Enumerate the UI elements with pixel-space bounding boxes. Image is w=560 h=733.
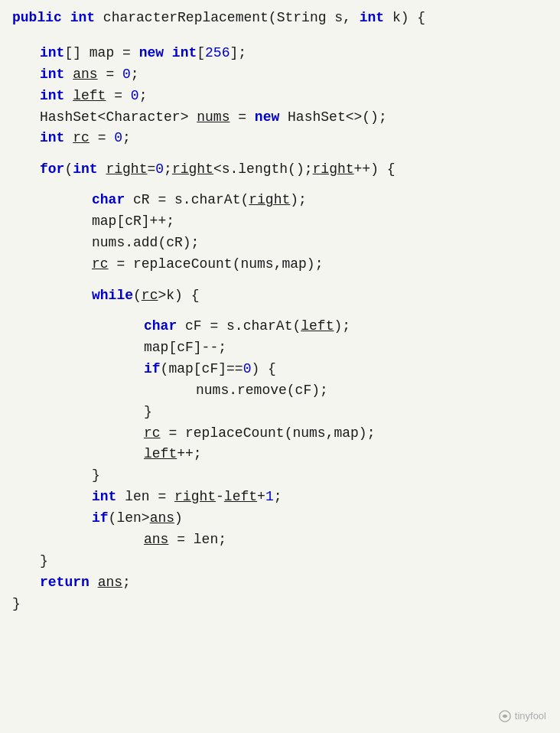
- line-close-for: }: [0, 551, 560, 572]
- line-while: while(rc>k) {: [0, 285, 560, 307]
- line-ans-len: ans = len;: [0, 529, 560, 551]
- line-int-len: int len = right-left+1;: [0, 487, 560, 508]
- keyword-int-param: int: [360, 8, 384, 29]
- watermark-text: tinyfool: [515, 709, 546, 724]
- line-1: int[] map = new int[256];: [0, 43, 560, 64]
- line-close-while: }: [0, 465, 560, 487]
- watermark: tinyfool: [498, 709, 546, 724]
- blank-3: [0, 275, 560, 285]
- line-for: for(int right=0;right<s.length();right++…: [0, 159, 560, 181]
- blank-2: [0, 181, 560, 191]
- line-close-if: }: [0, 402, 560, 423]
- line-3: int left = 0;: [0, 86, 560, 107]
- header-line: public int characterReplacement(String s…: [0, 0, 560, 37]
- line-left-inc: left++;: [0, 444, 560, 465]
- line-2: int ans = 0;: [0, 64, 560, 86]
- line-nums-remove: nums.remove(cF);: [0, 380, 560, 402]
- code-body: int[] map = new int[256]; int ans = 0; i…: [0, 37, 560, 621]
- line-map-cr: map[cR]++;: [0, 211, 560, 233]
- blank-4: [0, 306, 560, 316]
- keyword-public: public: [12, 8, 62, 29]
- line-return: return ans;: [0, 572, 560, 594]
- watermark-icon: [498, 709, 512, 723]
- line-nums-add: nums.add(cR);: [0, 233, 560, 254]
- line-if-len-ans: if(len>ans): [0, 508, 560, 529]
- line-map-cf: map[cF]--;: [0, 337, 560, 359]
- keyword-int-return: int: [70, 8, 95, 29]
- line-close-method: }: [0, 594, 560, 615]
- line-5: int rc = 0;: [0, 128, 560, 149]
- line-rc-replace2: rc = replaceCount(nums,map);: [0, 423, 560, 445]
- blank-1: [0, 149, 560, 159]
- line-rc-replace: rc = replaceCount(nums,map);: [0, 254, 560, 275]
- code-container: public int characterReplacement(String s…: [0, 0, 560, 733]
- line-char-cr: char cR = s.charAt(right);: [0, 190, 560, 211]
- line-if-map-cf: if(map[cF]==0) {: [0, 359, 560, 380]
- line-char-cf: char cF = s.charAt(left);: [0, 316, 560, 337]
- line-4: HashSet<Character> nums = new HashSet<>(…: [0, 107, 560, 129]
